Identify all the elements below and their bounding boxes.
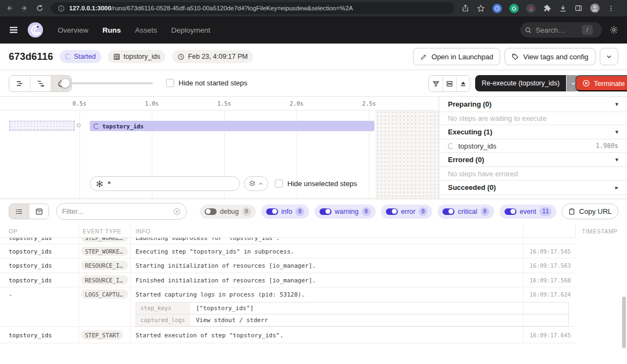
nav-item-runs[interactable]: Runs: [102, 26, 121, 34]
gantt-bar-topstory-ids[interactable]: topstory_ids: [90, 121, 374, 131]
clipboard-icon: [568, 208, 575, 215]
gantt-chart: 0.5s 1.0s 1.5s 2.0s 2.5s topstory_ids: [0, 97, 439, 199]
section-errored[interactable]: Errored (0) ▾: [439, 153, 627, 167]
gantt-zoom-slider-thumb[interactable]: [60, 78, 70, 88]
chip-event[interactable]: event 11: [500, 205, 557, 219]
log-filter-input[interactable]: [62, 207, 170, 215]
reexecute-button[interactable]: Re-execute (topstory_ids): [475, 75, 566, 91]
section-succeeded[interactable]: Succeeded (0) ▸: [439, 181, 627, 195]
gantt-zoom-slider[interactable]: [62, 82, 153, 84]
global-search[interactable]: /: [520, 22, 602, 38]
critical-toggle[interactable]: [442, 208, 454, 215]
bookmark-star-icon[interactable]: [477, 4, 485, 13]
browser-profile-avatar[interactable]: [590, 3, 600, 13]
status-spinner-icon: [65, 54, 71, 59]
gantt-controls: Hide unselected steps: [0, 176, 439, 192]
browser-address-bar[interactable]: 127.0.0.1:3000/runs/673d6116-0528-45df-a…: [51, 2, 454, 14]
axis-tick: 1.5s: [213, 97, 235, 110]
filter-funnel-icon[interactable]: [429, 76, 442, 91]
meta-row-captured-logs: captured_logs View stdout / stderr: [136, 314, 568, 326]
info-toggle[interactable]: [266, 208, 278, 215]
run-job-tag[interactable]: topstory_ids: [108, 50, 165, 63]
hide-unselected-checkbox[interactable]: [275, 180, 283, 188]
waterfall-view-icon[interactable]: [30, 76, 51, 91]
errored-empty-row: No steps have errored: [439, 167, 627, 181]
nav-item-deployment[interactable]: Deployment: [171, 26, 211, 34]
log-view-mode-group: [9, 203, 49, 219]
log-metadata-table: step_keys ["topstory_ids"] captured_logs…: [136, 302, 569, 326]
graph-layers-button[interactable]: [244, 176, 268, 191]
step-spinner-icon: [448, 143, 454, 149]
log-row-logs-captured[interactable]: - LOGS_CAPTURED Started capturing logs i…: [0, 287, 575, 327]
run-more-actions-button[interactable]: [600, 48, 618, 65]
browser-menu-kebab-icon[interactable]: [607, 5, 614, 12]
step-status-panel: Preparing (0) ▾ No steps are waiting to …: [439, 97, 627, 199]
run-status-badge[interactable]: Started: [60, 50, 101, 63]
error-toggle[interactable]: [386, 208, 398, 215]
error-count-badge: 0: [419, 207, 427, 216]
clock-extension-icon[interactable]: [493, 4, 502, 13]
browser-reload-icon[interactable]: [36, 4, 44, 12]
side-panel-icon[interactable]: [575, 4, 582, 12]
gantt-pending-step-box[interactable]: [9, 121, 75, 131]
dagster-logo[interactable]: [27, 22, 44, 38]
split-rows-icon[interactable]: [442, 76, 456, 91]
step-query-box[interactable]: [90, 176, 240, 191]
hide-not-started-checkbox[interactable]: [166, 79, 174, 87]
log-row[interactable]: topstory_ids STEP_START Started executio…: [0, 327, 575, 343]
step-query-input[interactable]: [107, 180, 227, 188]
settings-gear-icon[interactable]: [610, 26, 618, 34]
chip-info[interactable]: info 0: [261, 205, 309, 219]
raw-log-view-icon[interactable]: [29, 204, 48, 219]
debug-toggle[interactable]: [205, 208, 217, 215]
nav-item-assets[interactable]: Assets: [135, 26, 157, 34]
section-executing[interactable]: Executing (1) ▾: [439, 125, 627, 139]
grammarly-extension-icon[interactable]: [509, 4, 519, 13]
chevron-up-icon: [258, 181, 263, 187]
browser-forward-icon[interactable]: [21, 4, 28, 12]
chip-critical[interactable]: critical 0: [438, 205, 494, 219]
run-start-time-tag[interactable]: Feb 23, 4:09:17 PM: [172, 50, 253, 63]
log-row[interactable]: topstory_ids RESOURCE_INIT_SUCCESS Finis…: [0, 273, 575, 287]
copy-url-button[interactable]: Copy URL: [562, 203, 618, 219]
log-scrollbar-thumb[interactable]: [622, 297, 626, 348]
chip-debug[interactable]: debug 0: [200, 205, 256, 219]
terminate-button[interactable]: Terminate: [575, 75, 627, 91]
structured-list-icon[interactable]: [9, 204, 29, 219]
log-filter-field[interactable]: [56, 203, 187, 220]
caret-down-icon: ▾: [615, 128, 618, 135]
downloads-icon[interactable]: [559, 4, 567, 13]
hide-not-started-label: Hide not started steps: [179, 79, 247, 87]
caret-right-icon: ▸: [615, 184, 618, 191]
clear-filter-icon[interactable]: [173, 208, 181, 215]
log-row[interactable]: topstory_ids RESOURCE_INIT_STARTED Start…: [0, 258, 575, 273]
view-stdout-stderr-link[interactable]: View stdout / stderr: [190, 314, 568, 326]
view-tags-config-button[interactable]: View tags and config: [505, 48, 595, 65]
browser-back-icon[interactable]: [5, 4, 13, 12]
search-input[interactable]: [536, 26, 578, 34]
log-row-partial[interactable]: topstory_ids STEP_WORKER_STARTING Launch…: [0, 238, 575, 244]
share-icon[interactable]: [462, 4, 469, 12]
nav-items: Overview Runs Assets Deployment: [58, 26, 211, 34]
reexecute-split-button: Re-execute (topstory_ids): [475, 75, 580, 91]
event-toggle[interactable]: [505, 208, 517, 215]
extensions-puzzle-icon[interactable]: [543, 4, 551, 13]
preparing-empty-row: No steps are waiting to execute: [439, 112, 627, 125]
collapse-eject-icon[interactable]: [456, 76, 470, 91]
open-in-launchpad-button[interactable]: Open in Launchpad: [413, 48, 500, 65]
skull-extension-icon[interactable]: [526, 4, 536, 13]
warning-toggle[interactable]: [319, 208, 331, 215]
executing-step-row[interactable]: topstory_ids 1.980s: [439, 139, 627, 153]
chip-error[interactable]: error 0: [381, 205, 432, 219]
log-table-body: topstory_ids STEP_WORKER_STARTING Launch…: [0, 238, 575, 343]
section-preparing[interactable]: Preparing (0) ▾: [439, 97, 627, 112]
log-row[interactable]: topstory_ids STEP_WORKER_STARTED Executi…: [0, 244, 575, 258]
caret-down-icon: ▾: [615, 156, 618, 163]
hamburger-menu-icon[interactable]: [9, 25, 19, 35]
app-nav: Overview Runs Assets Deployment /: [0, 16, 627, 44]
chip-warning[interactable]: warning 0: [315, 205, 376, 219]
pencil-icon: [420, 53, 427, 60]
nav-item-overview[interactable]: Overview: [58, 26, 88, 34]
site-info-icon[interactable]: [58, 5, 65, 12]
flat-view-icon[interactable]: [9, 76, 30, 91]
